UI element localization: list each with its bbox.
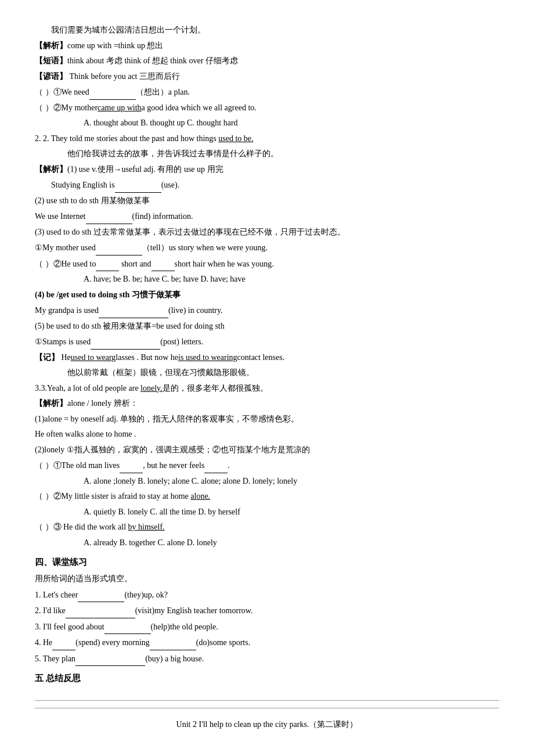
jiexi1-line: 【解析】come up with =think up 想出 xyxy=(35,39,499,53)
jiexi2-2-ex-line: We use Internet (find) information. xyxy=(35,209,499,224)
jiexi3-main: 【解析】alone / lonely 辨析： xyxy=(35,397,499,411)
jiexi3-2-line: (2)lonely ①指人孤独的，寂寞的，强调主观感受；②也可指某个地方是荒凉的 xyxy=(35,443,499,458)
blank-ex4-1 xyxy=(78,588,124,603)
jiexi2-4-line: (4) be /get used to doing sth 习惯于做某事 xyxy=(35,288,499,303)
jiexi2-study-line: Studying English is (use). xyxy=(35,178,499,193)
jiexi2-main: 【解析】(1) use v.使用→useful adj. 有用的 use up … xyxy=(35,163,499,177)
jiexi3-q1-line: （ ）①The old man lives , but he never fee… xyxy=(35,458,499,473)
zhuyu-line: 【谚语】 Think before you act 三思而后行 xyxy=(35,70,499,84)
ex4-4-line: 4. He (spend) every morning (do)some spo… xyxy=(35,635,499,650)
blank-jiexi2-2 xyxy=(86,209,132,224)
item2-line: 2. 2. They told me stories about the pas… xyxy=(35,132,499,146)
divider2 xyxy=(35,708,499,708)
page-content: 我们需要为城市公园清洁日想出一个计划。 【解析】come up with =th… xyxy=(35,23,499,732)
blank-jiexi2-study xyxy=(115,178,161,193)
blank-ex4-3 xyxy=(104,620,151,635)
jiexi3-q2-options: A. quietly B. lonely C. all the time D. … xyxy=(35,505,499,520)
item3-line: 3.3.Yeah, a lot of old people are lonely… xyxy=(35,381,499,396)
blank-jiexi2-3-ex1 xyxy=(96,240,142,255)
jiexi2-4-ex-line: My grandpa is used (live) in country. xyxy=(35,303,499,318)
divider1 xyxy=(35,700,499,701)
jiexi2-5-line: (5) be used to do sth 被用来做某事=be used for… xyxy=(35,319,499,334)
exercise1b-options: A. thought about B. thought up C. though… xyxy=(35,116,499,131)
ji-chinese: 他以前常戴（框架）眼镜，但现在习惯戴隐形眼镜。 xyxy=(35,366,499,380)
blank-jiexi2-3-ex2-2 xyxy=(151,257,175,272)
jiexi3-q2-line: （ ）②My little sister is afraid to stay a… xyxy=(35,489,499,504)
jiexi3-q3-options: A. already B. together C. alone D. lonel… xyxy=(35,536,499,550)
blank-ex4-4-1 xyxy=(52,635,75,650)
section4-intro: 用所给词的适当形式填空。 xyxy=(35,572,499,586)
jiexi3-1-ex: He often walks alone to home . xyxy=(35,427,499,442)
jiexi3-q1-options: A. alone ;lonely B. lonely; alone C. alo… xyxy=(35,474,499,489)
jiexi2-3-ex2-line: （ ）②He used to short and short hair when… xyxy=(35,257,499,272)
section5-header: 五 总结反思 xyxy=(35,671,499,686)
blank-exercise1a xyxy=(89,85,136,100)
ex4-5-line: 5. They plan (buy) a big house. xyxy=(35,651,499,667)
jiexi2-3-ex1-line: ①My mother used （tell）us story when we w… xyxy=(35,240,499,255)
blank-ex4-2 xyxy=(66,603,135,618)
section4-header: 四、课堂练习 xyxy=(35,555,499,570)
ex4-2-line: 2. I'd like (visit)my English teacher to… xyxy=(35,603,499,618)
blank-jiexi3-q1-2 xyxy=(204,458,228,473)
jiexi3-1-line: (1)alone = by oneself adj. 单独的，指无人陪伴的客观事… xyxy=(35,412,499,427)
jiexi2-3-options: A. have; be B. be; have C. be; have D. h… xyxy=(35,272,499,287)
jiexi3-q3-line: （ ）③ He did the work all by himself. xyxy=(35,520,499,535)
blank-ex4-5 xyxy=(75,651,145,667)
blank-ex4-4-2 xyxy=(150,635,196,650)
jiexi2-3-line: (3) used to do sth 过去常常做某事，表示过去做过的事现在已经不… xyxy=(35,225,499,240)
ex4-1-line: 1. Let's cheer (they)up, ok? xyxy=(35,588,499,603)
jiexi2-2-line: (2) use sth to do sth 用某物做某事 xyxy=(35,194,499,208)
footer: Unit 2 I'll help to clean up the city pa… xyxy=(35,718,499,732)
intro-line: 我们需要为城市公园清洁日想出一个计划。 xyxy=(35,23,499,38)
item2-chinese: 他们给我讲过去的故事，并告诉我过去事情是什么样子的。 xyxy=(35,147,499,161)
ex4-3-line: 3. I'll feel good about (help)the old pe… xyxy=(35,620,499,635)
blank-jiexi3-q1-1 xyxy=(120,458,143,473)
exercise1b-line: （ ）②My mothercame up witha good idea whi… xyxy=(35,101,499,116)
duanyu-line: 【短语】think about 考虑 think of 想起 think ove… xyxy=(35,54,499,69)
exercise1a-line: （ ）①We need （想出）a plan. xyxy=(35,85,499,100)
jiexi2-5-ex-line: ①Stamps is used (post) letters. xyxy=(35,334,499,350)
blank-jiexi2-3-ex2-1 xyxy=(96,257,119,272)
ji-line: 【记】 Heused to wearglasses . But now heis… xyxy=(35,351,499,365)
blank-jiexi2-4 xyxy=(99,303,168,318)
blank-jiexi2-5 xyxy=(91,334,160,350)
